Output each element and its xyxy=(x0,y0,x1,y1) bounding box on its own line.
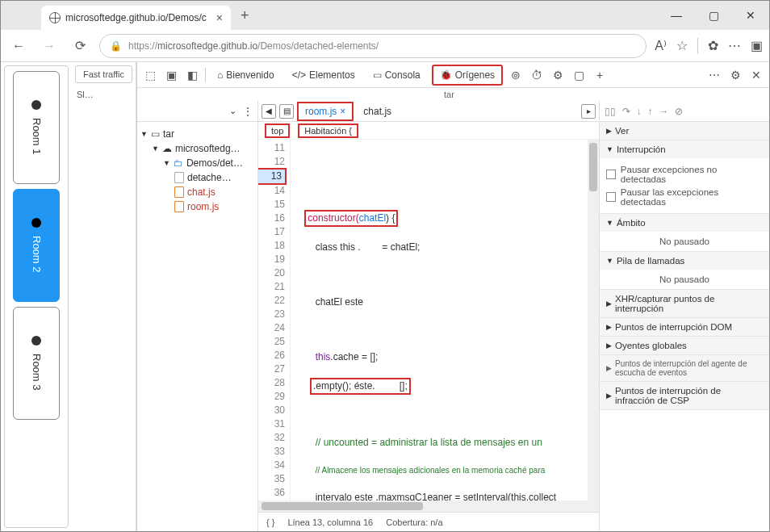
inspect-icon[interactable]: ⬚ xyxy=(142,67,158,83)
more-icon[interactable]: ⋯ xyxy=(728,38,741,53)
pause-uncaught-checkbox[interactable]: Pausar excepciones no detectadas xyxy=(606,163,763,186)
section-xhr[interactable]: ▶XHR/capturar puntos de interrupción xyxy=(600,290,769,317)
tab-elements[interactable]: </>Elementos xyxy=(286,66,362,84)
checkbox-icon xyxy=(606,192,616,202)
cursor-position: Línea 13, columna 16 xyxy=(287,517,373,527)
line-gutter[interactable]: 11 12 13 14 15 16 17 18 19 20 21 22 xyxy=(258,140,291,501)
section-label: Ámbito xyxy=(617,218,646,228)
section-label: Puntos de interrupción del agente de esc… xyxy=(615,359,763,377)
network-icon[interactable]: ⊚ xyxy=(508,67,524,83)
step-out-icon[interactable]: ↑ xyxy=(648,107,653,116)
code-editor: ◀ ▤ room.js× chat.js ▸ top Habitación { … xyxy=(258,101,600,531)
globe-icon xyxy=(49,12,61,23)
settings-icon[interactable]: ⚙ xyxy=(727,67,743,83)
checkbox-label: Pausar las excepciones detectadas xyxy=(621,187,763,207)
expand-icon[interactable]: ▸ xyxy=(581,104,596,119)
room-1[interactable]: Room 1 xyxy=(13,71,60,184)
app-icon[interactable]: ▢ xyxy=(571,67,587,83)
back-button[interactable]: ← xyxy=(7,35,30,57)
pause-icon[interactable]: ▯▯ xyxy=(605,106,616,117)
tree-root[interactable]: ▼▭tar xyxy=(140,127,254,141)
tree-label: detache… xyxy=(187,172,232,183)
performance-icon[interactable]: ⏱ xyxy=(529,67,545,83)
close-icon[interactable]: × xyxy=(340,106,345,117)
tab-console[interactable]: ▭Consola xyxy=(366,66,427,84)
browser-tab-title: microsoftedge.github.io/Demos/c xyxy=(65,12,207,23)
divider xyxy=(697,38,698,54)
caret-right-icon: ▶ xyxy=(606,341,612,350)
horizontal-scrollbar[interactable] xyxy=(258,501,599,512)
read-aloud-icon[interactable]: A⁾ xyxy=(655,38,667,53)
nav-back-icon[interactable]: ◀ xyxy=(262,104,276,119)
close-tab-icon[interactable]: × xyxy=(216,11,223,24)
more-tools-icon[interactable]: ⋯ xyxy=(706,67,722,83)
memory-icon[interactable]: ⚙ xyxy=(550,67,566,83)
file-icon xyxy=(174,201,184,212)
extensions-icon[interactable]: ✿ xyxy=(708,38,718,53)
braces-icon[interactable]: { } xyxy=(266,517,274,527)
section-label: Puntos de interrupción DOM xyxy=(615,322,732,332)
section-event-listener-bp[interactable]: ▶Puntos de interrupción del agente de es… xyxy=(600,355,769,381)
url-scheme: https:// xyxy=(128,40,157,52)
new-tab-button[interactable]: + xyxy=(241,7,249,24)
minimize-button[interactable]: — xyxy=(658,1,695,30)
step-icon[interactable]: → xyxy=(659,107,669,116)
tree-file-html[interactable]: detache… xyxy=(140,170,254,185)
tab-label: Elementos xyxy=(309,69,355,81)
section-watch[interactable]: ▶Ver xyxy=(600,122,769,140)
status-dot-icon xyxy=(31,336,41,346)
step-into-icon[interactable]: ↓ xyxy=(637,107,642,116)
close-devtools-icon[interactable]: ✕ xyxy=(748,67,764,83)
pause-caught-checkbox[interactable]: Pausar las excepciones detectadas xyxy=(606,186,763,208)
section-csp[interactable]: ▶Puntos de interrupción de infracción de… xyxy=(600,382,769,409)
nav-list-icon[interactable]: ▤ xyxy=(279,104,294,119)
collections-icon[interactable]: ▣ xyxy=(751,38,763,53)
fast-traffic-button[interactable]: Fast traffic xyxy=(75,65,132,83)
devtools-tabs: ⬚ ▣ ◧ ⌂Bienvenido </>Elementos ▭Consola … xyxy=(137,62,769,88)
section-label: Ver xyxy=(615,126,629,136)
code-tab-room[interactable]: room.js× xyxy=(297,102,354,121)
step-over-icon[interactable]: ↷ xyxy=(622,106,630,117)
section-label: Oyentes globales xyxy=(615,341,687,350)
maximize-button[interactable]: ▢ xyxy=(695,1,732,30)
tab-sources[interactable]: 🐞Orígenes xyxy=(432,65,503,86)
favorite-icon[interactable]: ☆ xyxy=(676,38,688,53)
deactivate-bp-icon[interactable]: ⊘ xyxy=(675,106,683,117)
room-2[interactable]: Room 2 xyxy=(13,189,60,302)
file-icon xyxy=(174,186,184,198)
close-window-button[interactable]: ✕ xyxy=(732,1,769,30)
tab-welcome[interactable]: ⌂Bienvenido xyxy=(211,66,281,84)
browser-tab[interactable]: microsoftedge.github.io/Demos/c × xyxy=(41,6,231,30)
breadcrumb-top[interactable]: top xyxy=(265,124,290,138)
code-tab-label: chat.js xyxy=(363,106,391,117)
caret-right-icon: ▶ xyxy=(606,300,612,308)
section-dom[interactable]: ▶Puntos de interrupción DOM xyxy=(600,318,769,336)
section-scope[interactable]: ▼Ámbito xyxy=(600,214,769,232)
section-callstack[interactable]: ▼Pila de llamadas xyxy=(600,252,769,270)
breadcrumb-class[interactable]: Habitación { xyxy=(298,124,358,138)
room-3[interactable]: Room 3 xyxy=(13,307,60,420)
section-listeners[interactable]: ▶Oyentes globales xyxy=(600,337,769,354)
section-breakpoints[interactable]: ▼Interrupción xyxy=(600,140,769,158)
url-host: microsoftedge.github.io xyxy=(157,40,257,52)
caret-down-icon: ▼ xyxy=(606,257,613,265)
chevron-down-icon[interactable]: ⌄ xyxy=(229,106,236,116)
url-input[interactable]: 🔒 https://microsoftedge.github.io/Demos/… xyxy=(99,34,647,58)
forward-button: → xyxy=(38,35,61,57)
device-icon[interactable]: ▣ xyxy=(163,67,179,83)
dock-icon[interactable]: ◧ xyxy=(184,67,200,83)
more-icon[interactable]: ⋮ xyxy=(243,106,253,117)
code-content[interactable]: constructor(chatEl) { class this . = cha… xyxy=(291,140,599,501)
code-tab-chat[interactable]: chat.js xyxy=(357,103,398,119)
rooms-list: Room 1 Room 2 Room 3 xyxy=(4,65,69,528)
tree-file-room[interactable]: room.js xyxy=(140,199,254,214)
divider xyxy=(205,68,206,82)
tree-host[interactable]: ▼☁microsoftedg… xyxy=(140,141,254,156)
add-tab-icon[interactable]: + xyxy=(592,67,608,83)
tab-label: Orígenes xyxy=(455,69,495,81)
vertical-scrollbar[interactable] xyxy=(588,140,599,501)
tree-folder[interactable]: ▼🗀Demos/det… xyxy=(140,156,254,170)
checkbox-label: Pausar excepciones no detectadas xyxy=(621,165,763,184)
refresh-button[interactable]: ⟳ xyxy=(69,35,91,57)
tree-file-chat[interactable]: chat.js xyxy=(140,185,254,199)
